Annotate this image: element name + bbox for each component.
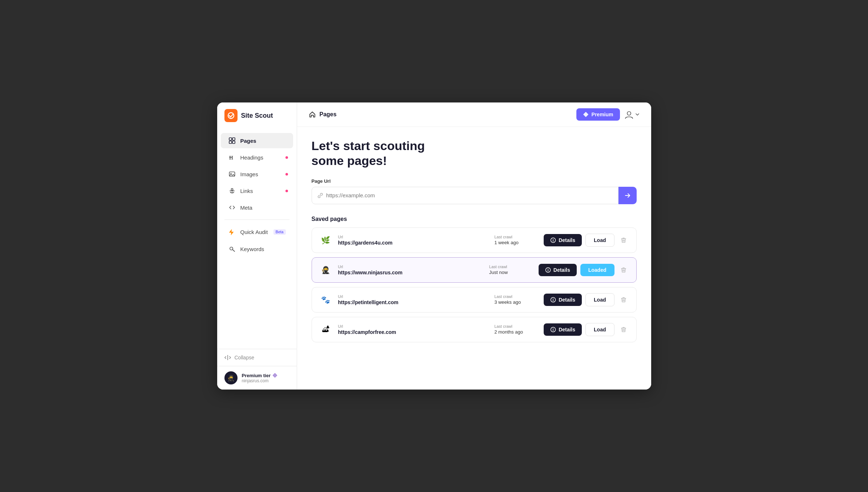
chevron-down-icon <box>635 112 640 117</box>
card-url-petintelligent: https://petintelligent.com <box>338 299 489 305</box>
app-window: Site Scout Pages H <box>217 102 651 390</box>
trash-icon <box>620 237 627 243</box>
page-card-campforfree: 🏕 Url https://campforfree.com Last crawl… <box>312 317 637 342</box>
card-info-gardens4u: Url https://gardens4u.com <box>338 235 489 246</box>
card-actions-ninjasrus: Details Loaded <box>539 264 629 276</box>
details-button-gardens4u[interactable]: Details <box>544 234 582 246</box>
url-field-label: Page Url <box>312 178 637 184</box>
site-icon-gardens4u: 🌿 <box>319 234 332 247</box>
delete-button-campforfree[interactable] <box>618 324 629 335</box>
diamond-footer-icon <box>272 373 277 378</box>
trash-icon-2 <box>620 267 627 273</box>
h-icon: H <box>228 154 236 161</box>
footer-domain: ninjasrus.com <box>242 378 277 383</box>
card-actions-campforfree: Details Load <box>544 323 629 336</box>
quick-audit-label: Quick Audit <box>240 229 268 235</box>
url-submit-button[interactable] <box>618 187 637 204</box>
sidebar-logo: Site Scout <box>217 102 297 129</box>
sidebar-item-keywords[interactable]: Keywords <box>221 241 293 257</box>
svg-marker-17 <box>583 112 588 117</box>
diamond-icon <box>583 112 589 117</box>
user-menu-button[interactable] <box>624 110 640 119</box>
sidebar-item-pages[interactable]: Pages <box>221 133 293 148</box>
details-button-ninjasrus[interactable]: Details <box>539 264 577 276</box>
card-crawl-campforfree: Last crawl 2 months ago <box>494 324 538 335</box>
page-card: 🌿 Url https://gardens4u.com Last crawl 1… <box>312 227 637 253</box>
card-crawl-petintelligent: Last crawl 3 weeks ago <box>494 294 538 305</box>
sidebar-item-label-headings: Headings <box>240 154 263 161</box>
topbar-right: Premium <box>576 108 640 121</box>
premium-button[interactable]: Premium <box>576 108 620 121</box>
app-logo-icon <box>224 109 238 122</box>
svg-point-27 <box>548 269 548 269</box>
details-icon <box>550 237 556 243</box>
delete-button-gardens4u[interactable] <box>618 235 629 245</box>
url-input[interactable] <box>323 192 613 198</box>
details-button-campforfree[interactable]: Details <box>544 323 582 336</box>
card-info-ninjasrus: Url https://www.ninjasrus.com <box>338 265 483 275</box>
trash-icon-4 <box>620 326 627 333</box>
sidebar-item-links[interactable]: Links <box>221 183 293 198</box>
footer-info: Premium tier ninjasrus.com <box>242 373 277 383</box>
loaded-button-ninjasrus[interactable]: Loaded <box>580 264 615 276</box>
svg-marker-16 <box>273 373 277 378</box>
card-crawl-ninjasrus: Last crawl Just now <box>489 265 533 275</box>
svg-rect-2 <box>232 138 235 140</box>
card-url-campforfree: https://campforfree.com <box>338 329 489 335</box>
details-button-petintelligent[interactable]: Details <box>544 294 582 306</box>
load-button-gardens4u[interactable]: Load <box>585 234 614 247</box>
card-crawl-gardens4u: Last crawl 1 week ago <box>494 235 538 245</box>
svg-point-21 <box>553 239 553 239</box>
topbar: Pages Premium <box>297 102 651 127</box>
avatar: 🥷 <box>224 371 238 384</box>
svg-point-18 <box>627 112 631 115</box>
page-body: Let's start scouting some pages! Page Ur… <box>297 127 651 390</box>
sidebar-item-headings[interactable]: H Headings <box>221 150 293 165</box>
page-card-active: 🥷 Url https://www.ninjasrus.com Last cra… <box>312 257 637 283</box>
load-button-petintelligent[interactable]: Load <box>585 293 614 306</box>
collapse-icon <box>224 354 231 361</box>
svg-line-14 <box>232 250 235 251</box>
footer-tier: Premium tier <box>242 373 277 378</box>
url-input-wrap <box>312 187 618 204</box>
page-heading: Let's start scouting some pages! <box>312 138 637 168</box>
card-url-gardens4u: https://gardens4u.com <box>338 240 489 246</box>
delete-button-ninjasrus[interactable] <box>618 265 629 275</box>
topbar-title: Pages <box>309 111 337 118</box>
svg-point-33 <box>553 298 553 299</box>
links-dot <box>285 190 288 192</box>
sidebar-item-meta[interactable]: Meta <box>221 200 293 215</box>
key-icon <box>228 246 236 252</box>
link-icon <box>317 192 324 199</box>
svg-point-39 <box>553 328 553 329</box>
sidebar: Site Scout Pages H <box>217 102 297 390</box>
svg-text:H: H <box>229 155 233 161</box>
beta-badge: Beta <box>273 229 286 235</box>
lightning-icon <box>228 229 236 235</box>
sidebar-item-images[interactable]: Images <box>221 166 293 182</box>
site-icon-ninjasrus: 🥷 <box>319 263 332 277</box>
details-icon-3 <box>550 297 556 303</box>
page-card-petintelligent: 🐾 Url https://petintelligent.com Last cr… <box>312 287 637 312</box>
sidebar-item-label-images: Images <box>240 171 258 177</box>
saved-pages-label: Saved pages <box>312 216 637 222</box>
svg-rect-3 <box>229 141 232 144</box>
image-icon <box>228 171 236 177</box>
card-info-campforfree: Url https://campforfree.com <box>338 324 489 335</box>
images-dot <box>285 173 288 176</box>
load-button-campforfree[interactable]: Load <box>585 323 614 336</box>
site-icon-campforfree: 🏕 <box>319 323 332 336</box>
main-content: Pages Premium <box>297 102 651 390</box>
delete-button-petintelligent[interactable] <box>618 294 629 305</box>
sidebar-nav: Pages H Headings <box>217 129 297 349</box>
code-icon <box>228 204 236 211</box>
sidebar-footer: 🥷 Premium tier ninjasrus.com <box>217 366 297 390</box>
trash-icon-3 <box>620 297 627 303</box>
home-icon <box>309 111 316 118</box>
svg-rect-1 <box>229 138 232 140</box>
app-name: Site Scout <box>241 112 273 120</box>
sidebar-item-label-keywords: Keywords <box>240 246 264 252</box>
collapse-button[interactable]: Collapse <box>217 349 297 366</box>
sidebar-item-quick-audit[interactable]: Quick Audit Beta <box>221 224 293 240</box>
sidebar-item-label-links: Links <box>240 188 253 194</box>
